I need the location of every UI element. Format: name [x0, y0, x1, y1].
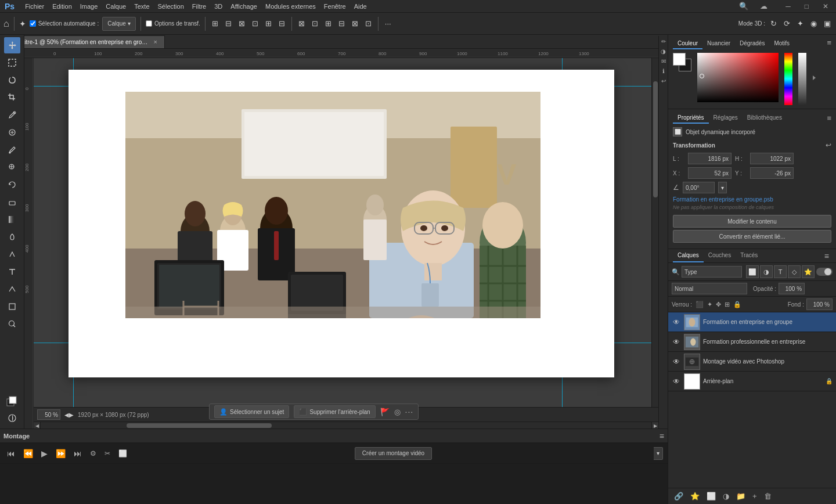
- timeline-prev-icon[interactable]: ⏪: [21, 448, 35, 459]
- menu-selection[interactable]: Sélection: [158, 3, 184, 10]
- 3d-pan-icon[interactable]: ⟳: [782, 18, 792, 29]
- opacity-input[interactable]: [779, 283, 805, 294]
- align-center-icon[interactable]: ⊟: [224, 18, 233, 29]
- menu-fenetre[interactable]: Fenêtre: [324, 3, 346, 10]
- layer-item[interactable]: 👁 Montage vidéo avec Photoshop: [668, 352, 836, 372]
- close-btn[interactable]: ✕: [820, 2, 831, 10]
- clone-tool[interactable]: [4, 159, 20, 175]
- layers-tab-calques[interactable]: Calques: [673, 249, 704, 262]
- layer-type-filter[interactable]: Type: [682, 266, 742, 278]
- width-input[interactable]: [688, 153, 732, 164]
- notes-icon[interactable]: ✉: [661, 58, 666, 64]
- menu-texte[interactable]: Texte: [134, 3, 149, 10]
- transform-input[interactable]: [146, 20, 152, 27]
- create-video-dropdown-btn[interactable]: ▾: [654, 447, 663, 460]
- eyedropper-tool[interactable]: [4, 107, 20, 123]
- menu-edition[interactable]: Edition: [52, 3, 72, 10]
- zoom-tool[interactable]: [4, 316, 20, 332]
- align-left-icon[interactable]: ⊞: [210, 18, 220, 29]
- lasso-tool[interactable]: [4, 72, 20, 88]
- cloud-icon[interactable]: ☁: [760, 2, 767, 10]
- angle-select[interactable]: ▾: [718, 182, 727, 193]
- gradient-tool[interactable]: [4, 211, 20, 228]
- brush-settings-icon[interactable]: ✏: [661, 38, 666, 45]
- menu-filtre[interactable]: Filtre: [192, 3, 206, 10]
- 3d-zoom-icon[interactable]: ✦: [795, 18, 805, 29]
- bookmark-icon[interactable]: 🚩: [380, 408, 390, 416]
- auto-select-input[interactable]: [30, 20, 36, 27]
- burn-tool[interactable]: [4, 229, 20, 245]
- shape-tool[interactable]: [4, 298, 20, 315]
- blend-mode-select[interactable]: Normal: [672, 283, 747, 294]
- filter-toggle[interactable]: [816, 268, 833, 276]
- type-tool[interactable]: [4, 264, 20, 280]
- zoom-fit-icon[interactable]: ◀▶: [63, 411, 75, 419]
- fg-color-swatch[interactable]: [673, 53, 686, 66]
- pen-tool[interactable]: [4, 246, 20, 262]
- calque-dropdown[interactable]: Calque ▾: [102, 17, 136, 31]
- maximize-btn[interactable]: □: [802, 2, 812, 10]
- layers-tab-couches[interactable]: Couches: [704, 249, 736, 262]
- add-layer-btn[interactable]: +: [750, 491, 759, 502]
- y-input[interactable]: [750, 167, 794, 179]
- filter-shape-icon[interactable]: ◇: [788, 265, 801, 278]
- move-tool[interactable]: [4, 37, 20, 53]
- color-picker-gradient[interactable]: [697, 53, 779, 102]
- timeline-first-icon[interactable]: ⏮: [5, 448, 17, 459]
- height-input[interactable]: [750, 153, 794, 164]
- layer-visibility-4[interactable]: 👁: [672, 377, 681, 386]
- filter-type-icon[interactable]: T: [774, 265, 787, 278]
- layers-panel-menu[interactable]: ≡: [822, 250, 831, 262]
- align-middle-icon[interactable]: ⊞: [264, 18, 273, 29]
- distrib-icon6[interactable]: ⊡: [363, 18, 373, 29]
- history-panel-icon[interactable]: ↩: [661, 78, 666, 84]
- hscroll-thumb[interactable]: [127, 423, 272, 428]
- layer-item[interactable]: 👁 Formation professionnelle en entrepris…: [668, 332, 836, 352]
- select-tool[interactable]: [4, 55, 20, 71]
- add-group-btn[interactable]: 📁: [734, 491, 748, 502]
- angle-input[interactable]: [683, 182, 715, 193]
- x-input[interactable]: [688, 167, 732, 179]
- timeline-transition-icon[interactable]: ⬜: [116, 448, 129, 459]
- search-icon[interactable]: 🔍: [739, 2, 748, 10]
- add-adjustment-btn[interactable]: ◑: [720, 491, 732, 502]
- color-tab-couleur[interactable]: Couleur: [673, 38, 702, 49]
- timeline-settings-icon[interactable]: ⚙: [88, 448, 99, 459]
- layer-visibility-1[interactable]: 👁: [672, 318, 681, 327]
- filter-adjust-icon[interactable]: ◑: [760, 265, 773, 278]
- create-video-btn[interactable]: Créer un montage vidéo: [355, 447, 432, 460]
- layer-visibility-2[interactable]: 👁: [672, 337, 681, 347]
- align-bottom-icon[interactable]: ⊟: [277, 18, 287, 29]
- transform-reset-icon[interactable]: ↩: [826, 141, 831, 149]
- remove-bg-btn[interactable]: ⬛ Supprimer l'arrière-plan: [294, 405, 375, 418]
- menu-modules[interactable]: Modules externes: [265, 3, 316, 10]
- color-hue-bar[interactable]: [784, 53, 792, 105]
- timeline-scissors-icon[interactable]: ✂: [102, 448, 113, 459]
- lock-artboard-icon[interactable]: ⊞: [723, 300, 731, 309]
- home-icon[interactable]: ⌂: [3, 19, 9, 29]
- color-panel-menu[interactable]: ≡: [827, 38, 831, 49]
- quick-mask-mode[interactable]: [4, 410, 20, 426]
- more-toolbar-icon[interactable]: ···: [383, 18, 393, 29]
- modify-content-btn[interactable]: Modifier le contenu: [673, 215, 831, 228]
- layer-visibility-3[interactable]: 👁: [672, 357, 681, 366]
- layer-item[interactable]: 👁 Formation en entreprise en groupe: [668, 312, 836, 332]
- color-tab-motifs[interactable]: Motifs: [769, 38, 794, 49]
- lock-position-icon[interactable]: ✦: [706, 300, 714, 309]
- timeline-next-icon[interactable]: ⏩: [53, 448, 68, 459]
- active-tab[interactable]: Sans titre-1 @ 50% (Formation en entrepr…: [2, 35, 165, 48]
- menu-image[interactable]: Image: [80, 3, 98, 10]
- distrib-icon1[interactable]: ⊠: [297, 18, 307, 29]
- layers-tab-traces[interactable]: Tracés: [736, 249, 762, 262]
- select-subject-btn[interactable]: 👤 Sélectionner un sujet: [214, 405, 289, 418]
- canvas-area[interactable]: V: [34, 58, 668, 429]
- 3d-rotate-icon[interactable]: ↻: [769, 18, 779, 29]
- auto-select-checkbox[interactable]: Sélection automatique :: [30, 20, 99, 27]
- color-alpha-bar[interactable]: [798, 53, 806, 105]
- props-tab-proprietes[interactable]: Propriétés: [673, 113, 709, 124]
- info-icon[interactable]: ℹ: [662, 68, 665, 74]
- layer-item[interactable]: 👁 Arrière-plan 🔒: [668, 372, 836, 391]
- remove2-icon[interactable]: ◎: [394, 408, 401, 416]
- distrib-icon4[interactable]: ⊟: [337, 18, 347, 29]
- filter-smart-icon[interactable]: ⭐: [802, 265, 815, 278]
